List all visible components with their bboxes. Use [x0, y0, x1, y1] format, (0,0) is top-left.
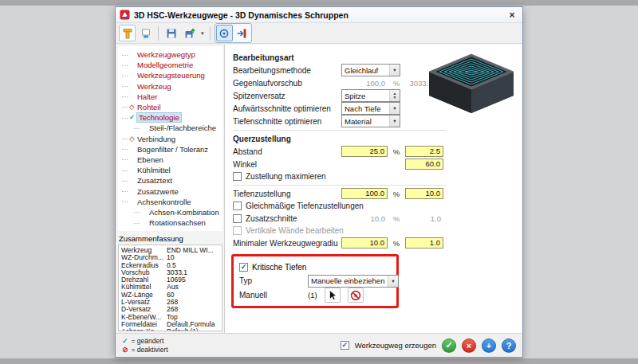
exit-mode-button[interactable] — [234, 25, 250, 41]
abstand-percent-input[interactable]: 25.0 — [341, 146, 388, 157]
tree-item-zusatztext[interactable]: Zusatztext — [120, 175, 223, 186]
summary-row: WerkzeugEND MILL WI... — [121, 247, 219, 254]
gleichmaessige-checkbox[interactable] — [233, 202, 242, 210]
min-radius-value-input[interactable]: 1.0 — [405, 237, 443, 249]
tree-item-werkzeugsteuerung[interactable]: Werkzeugsteuerung — [120, 70, 223, 80]
holder-button[interactable] — [137, 25, 154, 41]
aufwaertsschnitte-select[interactable]: Nach Tiefe ▾ — [341, 102, 400, 115]
toolpath-preview-image — [424, 49, 518, 118]
tiefenzustellung-percent-input[interactable]: 100.0 — [341, 188, 388, 199]
chevron-down-icon[interactable]: ▾ — [388, 276, 398, 287]
zusatzschnitte-checkbox[interactable] — [233, 214, 242, 223]
kritische-tiefen-highlight-box: ✓ Kritische Tiefen Typ Manuelle einbezie… — [231, 254, 399, 308]
toolbar: ▾ — [116, 23, 522, 44]
target-icon — [219, 28, 230, 39]
row-minimaler-werkzeugwegradius: Minimaler Werkzeugwegradius 10.0 % 1.0 — [233, 237, 516, 249]
manuell-count: (1) — [308, 291, 317, 299]
legend-deactivated: ⊘ = deaktiviert — [122, 346, 168, 354]
footer-actions: ✓ Werkzeugweg erzeugen ✓ × + ? — [341, 339, 516, 353]
export-icon — [184, 28, 195, 39]
apply-button[interactable]: + — [482, 339, 496, 353]
section-divider — [233, 130, 447, 131]
no-entry-icon — [350, 290, 361, 301]
tree-item-rotationsachsen[interactable]: Rotationsachsen — [120, 217, 223, 228]
export-dropdown-arrow-icon[interactable]: ▾ — [199, 30, 206, 37]
summary-row: WZ-Länge60 — [121, 292, 219, 299]
tool-button[interactable] — [119, 25, 136, 41]
tree-item-rohteil[interactable]: ◇Rohteil — [120, 102, 223, 112]
typ-select[interactable]: Manuelle einbeziehen ▾ — [308, 275, 399, 288]
toolbar-separator — [158, 26, 159, 41]
cancel-button[interactable]: × — [462, 339, 476, 353]
tree-item-zusatzwerte[interactable]: Zusatzwerte — [120, 186, 223, 196]
summary-title: Zusammenfassung — [118, 231, 223, 245]
diamond-icon: ◇ — [129, 104, 137, 111]
kritische-tiefen-checkbox[interactable]: ✓ — [239, 263, 248, 272]
tree-item-achsen-kombination[interactable]: Achsen-Kombination — [120, 207, 223, 217]
zustellung-maximieren-checkbox[interactable] — [233, 172, 242, 181]
summary-row: Achsen-Ko...Default (1) — [121, 328, 219, 331]
background-band-top — [0, 0, 638, 6]
summary-row: Drehzahl10695 — [121, 276, 219, 284]
manual-pick-button[interactable] — [325, 288, 341, 303]
row-gleichmaessige-tiefenzustellungen: Gleichmäßige Tiefenzustellungen — [233, 200, 516, 212]
gegenlaufvorschub-percent-field: 100.0 — [341, 79, 388, 88]
bearbeitungsmethode-select[interactable]: Gleichlauf ▾ — [341, 64, 400, 76]
chevron-down-icon[interactable]: ▾ — [389, 65, 400, 76]
target-mode-button[interactable] — [216, 25, 233, 41]
ok-button[interactable]: ✓ — [442, 339, 456, 353]
tree-item-werkzeugwegtyp[interactable]: Werkzeugwegtyp — [120, 49, 223, 60]
deactivate-selection-button[interactable] — [348, 288, 364, 303]
min-radius-percent-input[interactable]: 10.0 — [341, 237, 388, 249]
background-band-bottom — [0, 358, 638, 364]
abstand-value-input[interactable]: 2.5 — [405, 146, 443, 157]
row-typ: Typ Manuelle einbeziehen ▾ — [239, 274, 391, 288]
tree-item-kuehlmittel[interactable]: Kühlmittel — [120, 165, 223, 175]
chevron-down-icon[interactable]: ▾ — [389, 103, 400, 114]
tiefenzustellung-value-input[interactable]: 10.0 — [405, 188, 443, 199]
row-abstand: Abstand 25.0 % 2.5 — [233, 145, 516, 158]
row-tiefenzustellung: Tiefenzustellung 100.0 % 10.0 — [233, 187, 516, 200]
tiefenschnitte-select[interactable]: Material ▾ — [341, 115, 400, 127]
tree-item-ebenen[interactable]: Ebenen — [120, 155, 223, 165]
werkzeugweg-erzeugen-checkbox[interactable]: ✓ — [341, 341, 349, 350]
forbidden-icon: ⊘ — [122, 346, 128, 354]
tree-item-bogenfilter-toleranz[interactable]: Bogenfilter / Toleranz — [120, 144, 223, 155]
row-winkel: Winkel 60.0 — [233, 158, 516, 170]
summary-row: K-Ebene/W...Top — [121, 314, 219, 321]
tree-item-werkzeug[interactable]: Werkzeug — [120, 81, 223, 92]
tree-item-technologie[interactable]: ✓Technologie — [120, 112, 223, 123]
section-title-querzustellung: Querzustellung — [233, 132, 516, 145]
tree-item-verbindung[interactable]: ◇Verbindung — [120, 134, 223, 144]
row-kritische-tiefen: ✓ Kritische Tiefen — [239, 260, 391, 274]
dialog-footer: ✓ = geändert ⊘ = deaktiviert ✓ Werkzeugw… — [116, 333, 522, 357]
tree-item-halter[interactable]: Halter — [120, 92, 223, 102]
row-vertikale-waende: Vertikale Wände bearbeiten — [233, 225, 516, 237]
close-button[interactable]: × — [506, 10, 518, 21]
section-divider — [233, 185, 447, 186]
summary-box: WerkzeugEND MILL WI... WZ-Durchm...10 Ec… — [118, 245, 223, 331]
save-icon — [166, 28, 177, 39]
winkel-input[interactable]: 60.0 — [405, 159, 443, 170]
spinner-arrows-icon[interactable]: ▴▾ — [389, 90, 400, 101]
diamond-icon: ◇ — [129, 135, 137, 143]
check-icon: ✓ — [122, 337, 128, 345]
dialog-body: Werkzeugwegtyp Modellgeometrie Werkzeugs… — [116, 45, 522, 333]
milling-tool-icon — [122, 28, 133, 39]
mode-toggle-group — [215, 23, 252, 43]
row-zusatzschnitte: Zusatzschnitte 10.0 % 1.0 — [233, 212, 516, 225]
spitzenversatz-spinner[interactable]: Spitze ▴▾ — [341, 89, 400, 102]
zusatzschnitte-percent-field: 10.0 — [341, 214, 388, 223]
chevron-down-icon[interactable]: ▾ — [389, 115, 400, 127]
tree-item-achsenkontrolle[interactable]: Achsenkontrolle — [120, 197, 223, 207]
main-panel: Bearbeitungsart Bearbeitungsmethode Glei… — [225, 45, 522, 333]
zusatzschnitte-value-field: 1.0 — [405, 214, 443, 223]
help-button[interactable]: ? — [502, 339, 516, 353]
tree-item-steil-flachbereiche[interactable]: Steil-/Flachbereiche — [120, 123, 223, 133]
export-button[interactable] — [181, 25, 198, 41]
tree-item-modellgeometrie[interactable]: Modellgeometrie — [120, 60, 223, 70]
row-zustellung-maximieren: Zustellung maximieren — [233, 170, 516, 182]
legend-changed: ✓ = geändert — [122, 337, 168, 345]
save-button[interactable] — [163, 25, 179, 41]
left-panel: Werkzeugwegtyp Modellgeometrie Werkzeugs… — [116, 45, 225, 333]
